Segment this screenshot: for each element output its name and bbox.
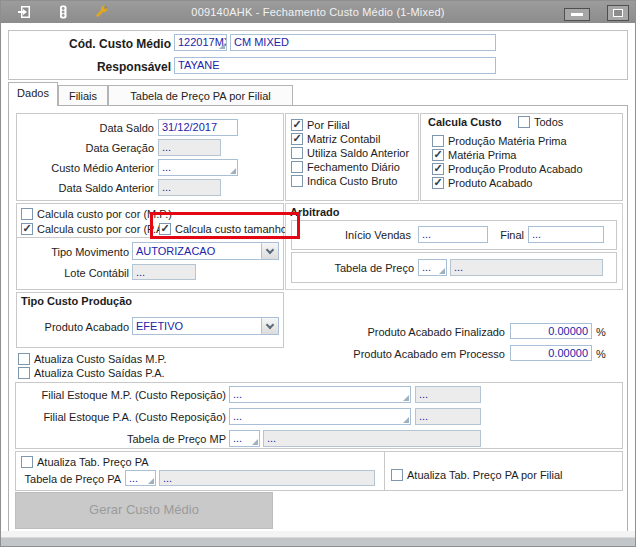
data-geracao-field: ...	[158, 139, 221, 156]
tab-filiais[interactable]: Filiais	[58, 85, 108, 105]
minimize-icon	[571, 13, 583, 16]
lote-contabil-field: ...	[132, 264, 196, 280]
checkbox-box: ✓	[159, 223, 171, 235]
produto-acabado-select[interactable]: EFETIVO	[132, 317, 279, 335]
filial-estoque-pa-field[interactable]: ...	[229, 408, 411, 425]
checkbox-label: Produção Matéria Prima	[448, 135, 567, 147]
tabela-preco-pa-code-field[interactable]: ...	[125, 470, 156, 486]
produto-acabado-value: EFETIVO	[133, 318, 261, 334]
produto-acabado-finalizado-field[interactable]: 0.00000	[510, 323, 592, 339]
checkbox-box: ✓	[291, 133, 303, 145]
checkbox-calcula-custo-cor-mp[interactable]: Calcula custo por cor (M.P.)	[21, 207, 172, 220]
calcula-custo-title: Calcula Custo	[428, 116, 516, 128]
tipo-movimento-label: Tipo Movimento	[21, 246, 129, 258]
inicio-vendas-label: Início Vendas	[311, 229, 411, 241]
chevron-down-icon[interactable]	[261, 318, 278, 334]
produto-acabado-finalizado-label: Produto Acabado Finalizado	[305, 326, 505, 338]
checkbox-producao-materia-prima[interactable]: Produção Matéria Prima	[432, 134, 567, 147]
tabela-preco-mp-label: Tabela de Preço MP	[21, 433, 226, 445]
minimize-button[interactable]	[564, 8, 590, 21]
gerar-custo-medio-button[interactable]: Gerar Custo Médio	[15, 492, 273, 529]
tabela-preco-mp-code-field[interactable]: ...	[229, 430, 260, 447]
checkbox-label: Calcula custo por cor (M.P.)	[37, 208, 172, 220]
checkbox-box: ✓	[432, 149, 444, 161]
data-saldo-field[interactable]: 31/12/2017	[158, 119, 238, 136]
cod-custo-medio-label: Cód. Custo Médio	[21, 37, 171, 51]
checkbox-box	[432, 135, 444, 147]
tabela-preco-code-field[interactable]: ...	[418, 259, 447, 276]
tabela-preco-label: Tabela de Preço	[314, 262, 414, 274]
maximize-button[interactable]	[607, 5, 629, 21]
exit-icon[interactable]	[17, 4, 33, 20]
checkbox-matriz-contabil[interactable]: ✓Matriz Contabil	[291, 132, 380, 145]
data-saldo-anterior-field: ...	[158, 179, 221, 196]
inicio-vendas-field[interactable]: ...	[418, 226, 488, 243]
traffic-light-icon[interactable]	[55, 4, 71, 20]
processo-percent-suffix: %	[596, 348, 610, 360]
checkbox-calcula-custo-cor-pa[interactable]: ✓Calcula custo por cor (P.A	[21, 222, 163, 235]
checkbox-box	[21, 208, 33, 220]
chevron-down-icon[interactable]	[261, 243, 278, 259]
check-mark: ✓	[433, 177, 442, 187]
window-frame: 009140AHK - Fechamento Custo Médio (1-Mi…	[0, 0, 636, 547]
checkbox-box: ✓	[21, 223, 33, 235]
arbitrado-title: Arbitrado	[290, 206, 370, 218]
checkbox-label: Produto Acabado	[448, 177, 532, 189]
checkbox-label: Por Filial	[307, 119, 350, 131]
final-label: Final	[491, 229, 524, 241]
checkbox-label: Atualiza Custo Saídas M.P.	[34, 353, 166, 365]
tabela-preco-mp-desc-field: ...	[263, 430, 481, 447]
checkbox-fechamento-diario[interactable]: Fechamento Diário	[291, 160, 400, 173]
tipo-movimento-select[interactable]: AUTORIZACAO	[132, 242, 279, 260]
finalizado-percent-suffix: %	[596, 326, 610, 338]
checkbox-atualiza-custo-saidas-pa[interactable]: Atualiza Custo Saídas P.A.	[18, 366, 165, 379]
checkbox-box	[18, 353, 30, 365]
checkbox-label: Atualiza Tab. Preço PA	[37, 456, 149, 468]
cod-custo-medio-desc-field[interactable]: CM MIXED	[230, 34, 496, 51]
tipo-movimento-value: AUTORIZACAO	[133, 243, 261, 259]
checkbox-label: Matéria Prima	[448, 149, 516, 161]
produto-acabado-processo-field[interactable]: 0.00000	[510, 345, 592, 361]
checkbox-label: Fechamento Diário	[307, 161, 400, 173]
checkbox-produto-acabado[interactable]: ✓Produto Acabado	[432, 176, 532, 189]
checkbox-calcula-custo-tamanho[interactable]: ✓Calcula custo tamanho	[159, 222, 287, 235]
final-field[interactable]: ...	[528, 226, 604, 243]
produto-acabado-processo-label: Produto Acabado em Processo	[305, 348, 505, 360]
checkbox-label: Atualiza Custo Saídas P.A.	[34, 367, 165, 379]
tabela-preco-pa-label: Tabela de Preço PA	[21, 473, 121, 485]
checkbox-atualiza-tab-preco-pa[interactable]: Atualiza Tab. Preço PA	[21, 455, 149, 468]
checkbox-atualiza-tab-preco-pa-por-filial[interactable]: Atualiza Tab. Preço PA por Filial	[391, 468, 563, 481]
checkbox-todos[interactable]: Todos	[518, 115, 563, 128]
cod-custo-medio-field[interactable]: 122017MX	[174, 34, 227, 51]
checkbox-label: Produção Produto Acabado	[448, 163, 583, 175]
checkbox-label: Calcula custo por cor (P.A	[37, 223, 163, 235]
filial-estoque-mp-label: Filial Estoque M.P. (Custo Reposição)	[21, 389, 226, 401]
checkbox-materia-prima[interactable]: ✓Matéria Prima	[432, 148, 516, 161]
status-bar	[1, 537, 635, 546]
check-mark: ✓	[292, 119, 301, 129]
data-saldo-label: Data Saldo	[19, 122, 154, 134]
checkbox-box	[21, 456, 33, 468]
data-geracao-label: Data Geração	[19, 142, 154, 154]
tab-dados[interactable]: Dados	[8, 82, 58, 106]
checkbox-atualiza-custo-saidas-mp[interactable]: Atualiza Custo Saídas M.P.	[18, 352, 166, 365]
maximize-icon	[613, 9, 623, 17]
checkbox-por-filial[interactable]: ✓Por Filial	[291, 118, 350, 131]
wrench-icon[interactable]	[93, 4, 109, 20]
filial-estoque-pa-desc-field: ...	[415, 408, 481, 425]
tab-tabela-preco-pa[interactable]: Tabela de Preço PA por Filial	[108, 85, 293, 105]
custo-medio-anterior-field[interactable]: ...	[158, 159, 238, 176]
check-mark: ✓	[292, 133, 301, 143]
filial-estoque-mp-field[interactable]: ...	[229, 386, 411, 403]
checkbox-utiliza-saldo-anterior[interactable]: Utiliza Saldo Anterior	[291, 146, 409, 159]
filial-estoque-mp-desc-field: ...	[415, 386, 481, 403]
checkbox-producao-produto-acabado[interactable]: ✓Produção Produto Acabado	[432, 162, 583, 175]
responsavel-field[interactable]: TAYANE	[174, 57, 496, 74]
tabela-preco-pa-desc-field: ...	[159, 470, 375, 486]
checkbox-label: Utiliza Saldo Anterior	[307, 147, 409, 159]
title-bar: 009140AHK - Fechamento Custo Médio (1-Mi…	[1, 1, 635, 23]
checkbox-box	[291, 175, 303, 187]
checkbox-indica-custo-bruto[interactable]: Indica Custo Bruto	[291, 174, 398, 187]
check-mark: ✓	[160, 223, 169, 233]
data-saldo-anterior-label: Data Saldo Anterior	[19, 182, 154, 194]
